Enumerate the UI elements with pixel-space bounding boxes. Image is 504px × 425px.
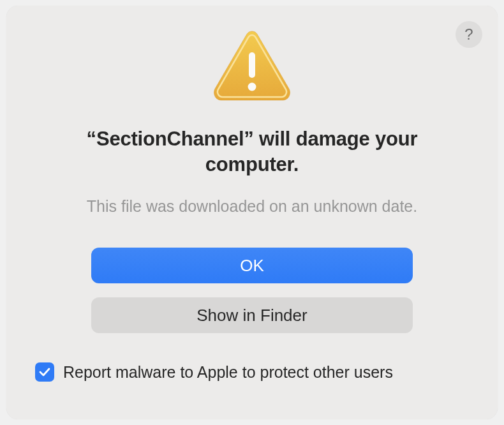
show-in-finder-button[interactable]: Show in Finder bbox=[91, 297, 413, 333]
button-group: OK Show in Finder bbox=[91, 248, 413, 333]
svg-rect-0 bbox=[249, 52, 255, 78]
svg-point-1 bbox=[248, 83, 256, 91]
dialog-subtitle: This file was downloaded on an unknown d… bbox=[87, 197, 417, 216]
help-button[interactable]: ? bbox=[456, 21, 482, 48]
alert-dialog: ? “SectionChannel” will damage your comp… bbox=[6, 6, 498, 419]
dialog-title: “SectionChannel” will damage your comput… bbox=[61, 126, 443, 177]
checkbox-label: Report malware to Apple to protect other… bbox=[63, 363, 393, 382]
report-malware-checkbox[interactable] bbox=[35, 362, 54, 382]
checkbox-row: Report malware to Apple to protect other… bbox=[35, 362, 469, 382]
show-in-finder-button-label: Show in Finder bbox=[196, 306, 307, 325]
ok-button[interactable]: OK bbox=[91, 248, 413, 283]
help-icon: ? bbox=[464, 26, 473, 43]
ok-button-label: OK bbox=[240, 256, 264, 276]
warning-icon bbox=[212, 29, 292, 102]
checkmark-icon bbox=[38, 366, 51, 378]
